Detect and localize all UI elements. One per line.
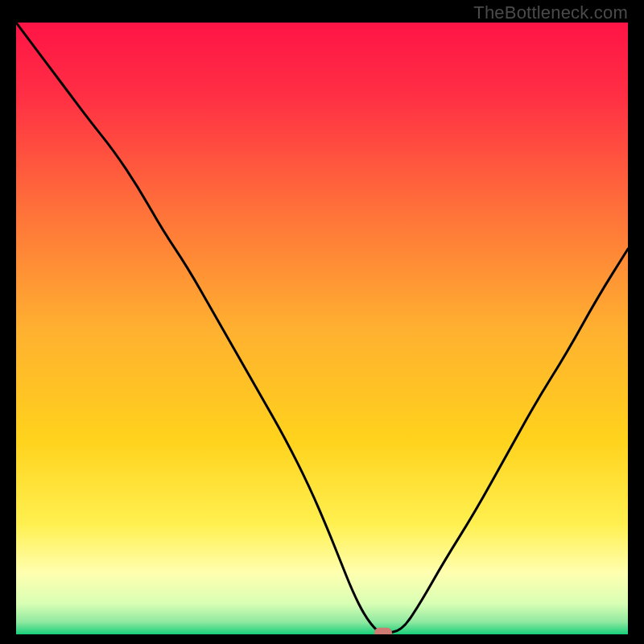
chart-frame: TheBottleneck.com <box>0 0 644 644</box>
gradient-background <box>16 23 628 634</box>
watermark-text: TheBottleneck.com <box>473 2 628 23</box>
bottleneck-chart <box>16 23 628 634</box>
optimal-marker <box>374 628 392 634</box>
